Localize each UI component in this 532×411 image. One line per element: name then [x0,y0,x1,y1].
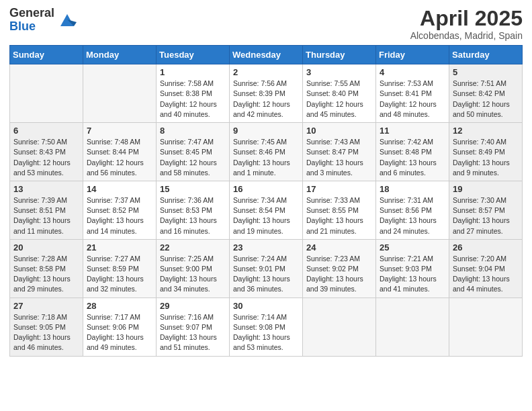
day-info: Sunrise: 7:28 AMSunset: 8:58 PMDaylight:… [13,254,79,295]
day-info: Sunrise: 7:50 AMSunset: 8:43 PMDaylight:… [13,137,79,178]
day-info: Sunrise: 7:48 AMSunset: 8:44 PMDaylight:… [87,137,152,178]
day-number: 17 [306,184,372,194]
logo-icon [56,10,78,32]
day-info: Sunrise: 7:45 AMSunset: 8:46 PMDaylight:… [233,137,299,178]
day-number: 1 [160,67,226,77]
col-thursday: Thursday [303,46,376,64]
page: General Blue April 2025 Alcobendas, Madr… [0,0,532,411]
table-row [83,64,157,123]
day-number: 25 [380,242,445,253]
table-row: 27Sunrise: 7:18 AMSunset: 9:05 PMDayligh… [10,298,83,356]
day-number: 21 [87,242,152,253]
calendar-header-row: Sunday Monday Tuesday Wednesday Thursday… [10,46,523,64]
day-number: 6 [13,126,79,136]
day-info: Sunrise: 7:37 AMSunset: 8:52 PMDaylight:… [87,195,152,236]
day-info: Sunrise: 7:39 AMSunset: 8:51 PMDaylight:… [13,195,79,236]
table-row: 16Sunrise: 7:34 AMSunset: 8:54 PMDayligh… [230,181,303,239]
day-number: 27 [13,301,79,311]
table-row: 15Sunrise: 7:36 AMSunset: 8:53 PMDayligh… [157,181,230,239]
table-row: 7Sunrise: 7:48 AMSunset: 8:44 PMDaylight… [83,123,157,181]
day-info: Sunrise: 7:56 AMSunset: 8:39 PMDaylight:… [233,79,299,120]
day-number: 18 [380,184,445,194]
day-info: Sunrise: 7:14 AMSunset: 9:08 PMDaylight:… [233,312,299,353]
day-number: 29 [160,301,226,311]
table-row: 9Sunrise: 7:45 AMSunset: 8:46 PMDaylight… [230,123,303,181]
day-info: Sunrise: 7:40 AMSunset: 8:49 PMDaylight:… [453,137,519,178]
table-row: 30Sunrise: 7:14 AMSunset: 9:08 PMDayligh… [230,298,303,356]
calendar-week-row: 6Sunrise: 7:50 AMSunset: 8:43 PMDaylight… [10,123,523,181]
subtitle: Alcobendas, Madrid, Spain [410,30,523,41]
calendar-week-row: 27Sunrise: 7:18 AMSunset: 9:05 PMDayligh… [10,298,523,356]
day-number: 30 [233,301,299,311]
day-info: Sunrise: 7:25 AMSunset: 9:00 PMDaylight:… [160,254,226,295]
day-info: Sunrise: 7:16 AMSunset: 9:07 PMDaylight:… [160,312,226,353]
header: General Blue April 2025 Alcobendas, Madr… [9,7,523,41]
day-info: Sunrise: 7:31 AMSunset: 8:56 PMDaylight:… [380,195,445,236]
day-number: 13 [13,184,79,194]
table-row: 17Sunrise: 7:33 AMSunset: 8:55 PMDayligh… [303,181,376,239]
calendar-week-row: 13Sunrise: 7:39 AMSunset: 8:51 PMDayligh… [10,181,523,239]
day-number: 7 [87,126,152,136]
day-number: 15 [160,184,226,194]
table-row: 29Sunrise: 7:16 AMSunset: 9:07 PMDayligh… [157,298,230,356]
table-row [303,298,376,356]
day-info: Sunrise: 7:17 AMSunset: 9:06 PMDaylight:… [87,312,152,353]
table-row: 6Sunrise: 7:50 AMSunset: 8:43 PMDaylight… [10,123,83,181]
table-row: 28Sunrise: 7:17 AMSunset: 9:06 PMDayligh… [83,298,157,356]
day-number: 28 [87,301,152,311]
day-number: 19 [453,184,519,194]
day-number: 22 [160,242,226,253]
day-number: 10 [306,126,372,136]
table-row: 13Sunrise: 7:39 AMSunset: 8:51 PMDayligh… [10,181,83,239]
day-info: Sunrise: 7:55 AMSunset: 8:40 PMDaylight:… [306,79,372,120]
table-row: 11Sunrise: 7:42 AMSunset: 8:48 PMDayligh… [376,123,449,181]
table-row [376,298,449,356]
logo-general: General [9,7,54,20]
table-row: 4Sunrise: 7:53 AMSunset: 8:41 PMDaylight… [376,64,449,123]
table-row: 24Sunrise: 7:23 AMSunset: 9:02 PMDayligh… [303,239,376,298]
day-number: 23 [233,242,299,253]
day-info: Sunrise: 7:47 AMSunset: 8:45 PMDaylight:… [160,137,226,178]
table-row: 5Sunrise: 7:51 AMSunset: 8:42 PMDaylight… [449,64,523,123]
day-number: 3 [306,67,372,77]
col-saturday: Saturday [449,46,523,64]
calendar-table: Sunday Monday Tuesday Wednesday Thursday… [9,45,523,356]
table-row: 22Sunrise: 7:25 AMSunset: 9:00 PMDayligh… [157,239,230,298]
day-info: Sunrise: 7:33 AMSunset: 8:55 PMDaylight:… [306,195,372,236]
table-row [10,64,83,123]
table-row: 3Sunrise: 7:55 AMSunset: 8:40 PMDaylight… [303,64,376,123]
logo-text: General Blue [9,7,54,34]
day-info: Sunrise: 7:58 AMSunset: 8:38 PMDaylight:… [160,79,226,120]
table-row: 8Sunrise: 7:47 AMSunset: 8:45 PMDaylight… [157,123,230,181]
day-number: 8 [160,126,226,136]
day-number: 16 [233,184,299,194]
day-info: Sunrise: 7:34 AMSunset: 8:54 PMDaylight:… [233,195,299,236]
table-row: 10Sunrise: 7:43 AMSunset: 8:47 PMDayligh… [303,123,376,181]
day-number: 26 [453,242,519,253]
table-row: 19Sunrise: 7:30 AMSunset: 8:57 PMDayligh… [449,181,523,239]
svg-marker-0 [60,14,74,26]
table-row: 14Sunrise: 7:37 AMSunset: 8:52 PMDayligh… [83,181,157,239]
day-number: 24 [306,242,372,253]
table-row: 20Sunrise: 7:28 AMSunset: 8:58 PMDayligh… [10,239,83,298]
table-row [449,298,523,356]
table-row: 18Sunrise: 7:31 AMSunset: 8:56 PMDayligh… [376,181,449,239]
logo: General Blue [9,7,78,34]
table-row: 26Sunrise: 7:20 AMSunset: 9:04 PMDayligh… [449,239,523,298]
calendar-week-row: 20Sunrise: 7:28 AMSunset: 8:58 PMDayligh… [10,239,523,298]
day-info: Sunrise: 7:36 AMSunset: 8:53 PMDaylight:… [160,195,226,236]
day-info: Sunrise: 7:18 AMSunset: 9:05 PMDaylight:… [13,312,79,353]
calendar-week-row: 1Sunrise: 7:58 AMSunset: 8:38 PMDaylight… [10,64,523,123]
day-info: Sunrise: 7:51 AMSunset: 8:42 PMDaylight:… [453,79,519,120]
day-info: Sunrise: 7:24 AMSunset: 9:01 PMDaylight:… [233,254,299,295]
col-friday: Friday [376,46,449,64]
day-info: Sunrise: 7:43 AMSunset: 8:47 PMDaylight:… [306,137,372,178]
table-row: 1Sunrise: 7:58 AMSunset: 8:38 PMDaylight… [157,64,230,123]
col-monday: Monday [83,46,157,64]
table-row: 25Sunrise: 7:21 AMSunset: 9:03 PMDayligh… [376,239,449,298]
table-row: 21Sunrise: 7:27 AMSunset: 8:59 PMDayligh… [83,239,157,298]
day-info: Sunrise: 7:23 AMSunset: 9:02 PMDaylight:… [306,254,372,295]
table-row: 2Sunrise: 7:56 AMSunset: 8:39 PMDaylight… [230,64,303,123]
day-number: 12 [453,126,519,136]
table-row: 12Sunrise: 7:40 AMSunset: 8:49 PMDayligh… [449,123,523,181]
